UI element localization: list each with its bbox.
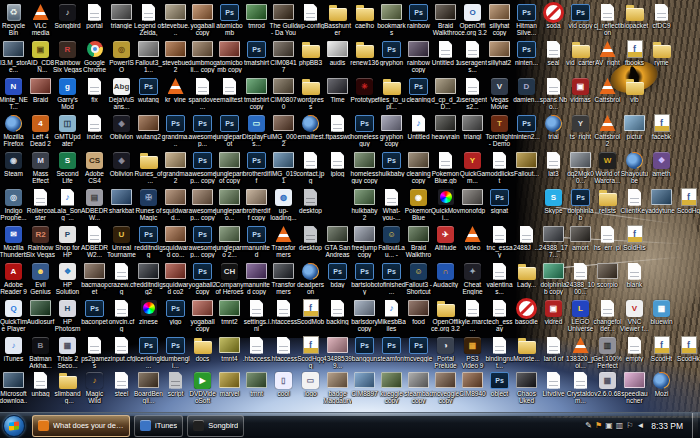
- desktop-icon-food[interactable]: food: [405, 298, 432, 335]
- desktop-icon-amort[interactable]: amort: [567, 224, 594, 261]
- desktop-icon-settings-ini[interactable]: settings.ini: [243, 298, 270, 335]
- desktop-icon-jungleparrot-copy[interactable]: jungleparrot copy: [216, 150, 243, 187]
- action-center-flag-icon[interactable]: ⚑: [595, 421, 602, 431]
- desktop-icon-steel[interactable]: steel: [108, 370, 135, 407]
- desktop-icon-portal[interactable]: portal: [81, 2, 108, 39]
- desktop-icon-vid-copy[interactable]: Psvid copy: [567, 2, 594, 39]
- desktop-icon-htaccess[interactable]: .htaccess: [270, 335, 297, 372]
- desktop-icon-backing[interactable]: backing: [324, 298, 351, 335]
- desktop-icon-adbedrw[interactable]: ▤ADBEDRW...: [81, 187, 108, 224]
- desktop-icon-iplog[interactable]: iplog: [324, 150, 351, 187]
- desktop-icon-pokemon-blue-gb[interactable]: Pokemon Blue.gb: [432, 150, 459, 187]
- desktop-icon-empty[interactable]: empty: [621, 335, 648, 372]
- desktop-icon-scorpio[interactable]: scorpio: [594, 261, 621, 298]
- desktop-icon-unreal-tourname[interactable]: UUnreal Tourname...: [108, 224, 135, 261]
- desktop-icon-caelho[interactable]: caelho: [351, 2, 378, 39]
- desktop-icon-emailtest[interactable]: emailtest: [297, 113, 324, 150]
- desktop-icon-cim8897[interactable]: CIM8897: [351, 370, 378, 407]
- desktop-icon-2488j[interactable]: 2488J_...: [513, 224, 540, 261]
- desktop-icon-awesomep-copy[interactable]: Psawesomep... copy: [189, 150, 216, 187]
- desktop-icon-tofinished[interactable]: Pstofinished...: [378, 261, 405, 298]
- desktop-icon-cim08070[interactable]: CIM08070: [270, 76, 297, 113]
- desktop-icon-grandma2[interactable]: grandma2: [162, 150, 189, 187]
- desktop-icon-soldhis[interactable]: fSoldHis: [621, 224, 648, 261]
- desktop-icon-vnc-viewer-f[interactable]: VVNC Viewer f...: [621, 298, 648, 335]
- desktop-icon-yogaball-copy[interactable]: yogaball copy: [189, 2, 216, 39]
- desktop-icon-company-of-heroes[interactable]: CHCompany of Heroes: [216, 261, 243, 298]
- desktop-icon-sharkbat[interactable]: sharkbat: [108, 187, 135, 224]
- desktop-icon-audiosurf[interactable]: Audiosurf: [27, 298, 54, 335]
- desktop-icon-dumbmogli-copy[interactable]: dumbmogli... copy: [189, 39, 216, 76]
- desktop-icon-gryphon[interactable]: Psgryphon: [378, 39, 405, 76]
- desktop-icon-434885399[interactable]: 434885399...: [324, 335, 351, 372]
- desktop-icon-pokemon-blue[interactable]: ◉Pokemon Blue: [405, 187, 432, 224]
- desktop-icon-evil-genius[interactable]: ☻Evil Genius: [27, 261, 54, 298]
- desktop-icon-lady[interactable]: Lady...: [513, 261, 540, 298]
- desktop-icon-minte-net[interactable]: NMinte_NET...: [0, 76, 27, 113]
- desktop-icon-microsoft-downloa[interactable]: Microsoft downloa...: [0, 370, 27, 407]
- desktop-icon-pictur[interactable]: pictur: [621, 113, 648, 150]
- desktop-icon-wordpress[interactable]: wordpress: [297, 76, 324, 113]
- desktop-icon-blank[interactable]: blank: [621, 261, 648, 298]
- desktop-icon-indigo-prophe[interactable]: ◎Indigo Prophe...: [0, 187, 27, 224]
- desktop-icon-oblivion[interactable]: ◈Oblivion: [108, 113, 135, 150]
- desktop-icon-crazew-cfg[interactable]: crazew.cfg: [108, 261, 135, 298]
- network-icon[interactable]: ⚐: [626, 421, 633, 431]
- desktop-icon-fbooks[interactable]: ffbooks: [621, 39, 648, 76]
- desktop-icon-useragents2[interactable]: useragents2...: [459, 76, 486, 113]
- desktop-icon-clientkey[interactable]: ClientKey: [621, 187, 648, 224]
- taskbar-clock[interactable]: 8:33 PM: [647, 421, 689, 431]
- desktop-icon-fallout[interactable]: Fallout...: [513, 150, 540, 187]
- desktop-icon-rainbow-six-vegas-2[interactable]: R2Rainbow Six Vegas 2: [27, 224, 54, 261]
- desktop-icon-object[interactable]: Psobject: [486, 370, 513, 407]
- desktop-icon-seal[interactable]: seal: [540, 39, 567, 76]
- desktop-icon-batman-arkha[interactable]: BBatman Arkha...: [27, 335, 54, 372]
- desktop-icon-sillyhat-copy[interactable]: sillyhat copy: [486, 2, 513, 39]
- desktop-icon-braid-walkthrou[interactable]: Braid Walkthrou...: [405, 224, 432, 261]
- desktop-icon-adbedrw2[interactable]: ADBEDRW2...: [81, 224, 108, 261]
- desktop-icon-basshunter[interactable]: Basshunter: [324, 2, 351, 39]
- desktop-icon-docs[interactable]: docs: [189, 335, 216, 372]
- desktop-icon-index[interactable]: index: [81, 113, 108, 150]
- desktop-icon-damien[interactable]: Ddamien...: [513, 76, 540, 113]
- desktop-icon-dumbengli[interactable]: Psdumbengli...: [162, 335, 189, 372]
- desktop-icon-tmnt[interactable]: tmnt: [243, 370, 270, 407]
- desktop-icon-img-0191[interactable]: IMG_0191: [270, 150, 297, 187]
- desktop-icon-mcveggie-copy[interactable]: mcveggie copy: [432, 370, 459, 407]
- desktop-icon-i3-m-store[interactable]: I3.M_store...: [0, 39, 27, 76]
- desktop-icon-quicktime-player[interactable]: QQuickTime Player: [0, 298, 27, 335]
- desktop-icon-bday[interactable]: Psbday: [324, 261, 351, 298]
- desktop-icon-triangle[interactable]: triangle: [108, 2, 135, 39]
- desktop-icon-yigo[interactable]: Psyigo: [162, 298, 189, 335]
- desktop-icon-time[interactable]: Time: [324, 76, 351, 113]
- desktop-icon-audis[interactable]: audis: [324, 39, 351, 76]
- desktop-icon-falloutlau-shortcut[interactable]: ☺FalloutLau... - Shortcut: [378, 224, 405, 261]
- desktop-icon-trial[interactable]: trial: [540, 113, 567, 150]
- desktop-icon-stevebue2[interactable]: stevebue2: [162, 39, 189, 76]
- desktop-icon-shayoutube[interactable]: Shayoutube: [621, 150, 648, 187]
- desktop-icon-marvel[interactable]: marvel: [216, 370, 243, 407]
- desktop-icon-fix[interactable]: fix: [81, 76, 108, 113]
- desktop-icon-cfdc9[interactable]: cfDC9: [648, 2, 675, 39]
- desktop-icon-tmatshirt-copy[interactable]: tmatshirt copy: [243, 76, 270, 113]
- desktop-icon-world-of-warcra[interactable]: WWorld of Warcra...: [594, 150, 621, 187]
- desktop-icon-sillyhat2[interactable]: sillyhat2: [486, 39, 513, 76]
- desktop-icon-biopacket[interactable]: biopacket: [621, 2, 648, 39]
- desktop-icon-runes-of-magic[interactable]: ✠Runes of Magic: [135, 187, 162, 224]
- desktop-icon-baconpet[interactable]: Psbaconpet: [81, 298, 108, 335]
- desktop-icon-scodhqqg[interactable]: fScodHqqg: [297, 335, 324, 372]
- desktop-icon-steambad-copy[interactable]: steambad copy: [405, 370, 432, 407]
- desktop-icon-dq2mgk00[interactable]: dq2Mgk00...: [567, 150, 594, 187]
- desktop-icon-hulkbaby2[interactable]: hulkbaby2: [351, 187, 378, 224]
- desktop-icon-untitled[interactable]: ♪Untitled: [405, 113, 432, 150]
- desktop-icon-addytune[interactable]: addytune: [648, 187, 675, 224]
- desktop-icon-24388-1000[interactable]: 24388_1000...: [567, 261, 594, 298]
- desktop-icon-gmtupdater[interactable]: ◫GMTUpdater: [54, 113, 81, 150]
- desktop-icon-litvdive[interactable]: Litvdive: [540, 370, 567, 407]
- desktop-icon-garry-s-mod[interactable]: gGarry's Mod: [54, 76, 81, 113]
- desktop-icon-renew136[interactable]: renew136: [351, 39, 378, 76]
- desktop-icon-video[interactable]: video: [459, 224, 486, 261]
- desktop-icon-valentinas[interactable]: valentinas...: [486, 261, 513, 298]
- desktop-icon-mozi[interactable]: Mozi: [648, 370, 675, 407]
- desktop-icon-phpbb3[interactable]: phpBB3: [297, 39, 324, 76]
